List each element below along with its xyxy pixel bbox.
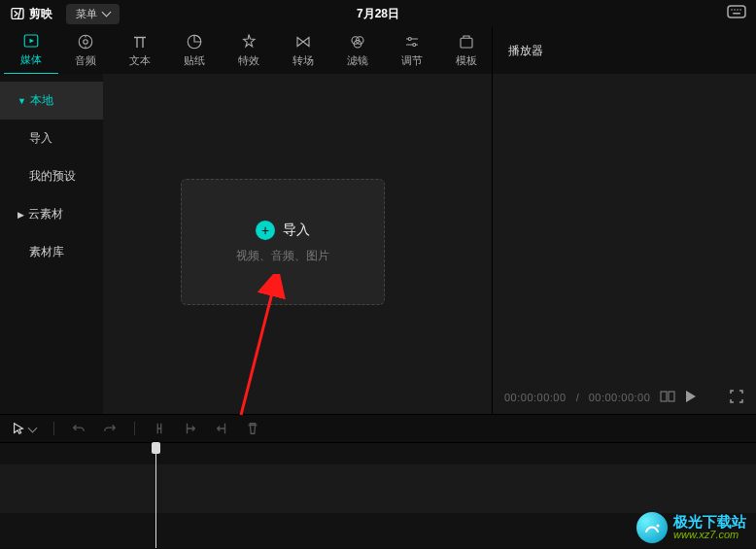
undo-button[interactable] — [72, 422, 86, 435]
delete-tool[interactable] — [246, 422, 259, 435]
tab-sticker[interactable]: 贴纸 — [167, 27, 222, 74]
main-body: ▼ 本地 导入 我的预设 ▶ 云素材 素材库 + 导入 视频、音频、图片 00:… — [0, 74, 756, 414]
audio-icon — [77, 33, 94, 51]
logo-icon — [10, 6, 25, 21]
chevron-down-icon — [29, 420, 36, 437]
tab-label: 媒体 — [20, 52, 42, 67]
import-card[interactable]: + 导入 视频、音频、图片 — [181, 179, 385, 305]
title-bar: 剪映 菜单 7月28日 — [0, 0, 756, 27]
top-date: 7月28日 — [357, 6, 399, 22]
player-header: 播放器 — [493, 27, 756, 74]
tab-effects[interactable]: 特效 — [222, 27, 276, 74]
sidebar-item-cloud[interactable]: ▶ 云素材 — [0, 195, 103, 233]
svg-rect-16 — [461, 38, 472, 48]
svg-point-2 — [731, 9, 733, 11]
time-current: 00:00:00:00 — [504, 392, 567, 403]
divider — [134, 422, 135, 435]
triangle-right-icon: ▶ — [17, 210, 24, 220]
tab-label: 调节 — [401, 53, 423, 68]
sidebar-item-presets[interactable]: 我的预设 — [0, 157, 103, 195]
svg-point-9 — [84, 40, 88, 45]
timeline-track[interactable] — [0, 464, 756, 513]
cursor-tool[interactable] — [12, 420, 36, 437]
top-tabs-row: 媒体 音频 文本 贴纸 特效 转场 滤镜 调节 — [0, 27, 756, 74]
svg-point-3 — [734, 9, 736, 11]
plus-icon: + — [256, 221, 275, 240]
text-icon — [131, 33, 149, 51]
media-area: + 导入 视频、音频、图片 — [103, 74, 492, 414]
time-separator: / — [576, 392, 579, 403]
transition-icon — [294, 33, 312, 51]
tab-adjust[interactable]: 调节 — [385, 27, 439, 74]
sidebar-item-local[interactable]: ▼ 本地 — [0, 82, 103, 120]
sidebar-item-label: 我的预设 — [29, 168, 76, 185]
tab-filter[interactable]: 滤镜 — [330, 27, 385, 74]
sidebar-item-import[interactable]: 导入 — [0, 120, 103, 157]
player-panel: 00:00:00:00 / 00:00:00:00 — [492, 74, 756, 414]
adjust-icon — [403, 33, 421, 51]
sidebar-item-label: 导入 — [29, 130, 52, 147]
tab-transition[interactable]: 转场 — [276, 27, 330, 74]
sidebar-item-label: 素材库 — [29, 244, 64, 260]
time-total: 00:00:00:00 — [589, 392, 651, 403]
menu-label: 菜单 — [76, 7, 97, 21]
app-name: 剪映 — [29, 6, 52, 22]
play-button[interactable] — [685, 390, 697, 405]
sidebar-item-library[interactable]: 素材库 — [0, 233, 103, 271]
import-title: 导入 — [283, 222, 310, 239]
tab-label: 转场 — [292, 53, 314, 68]
tab-template[interactable]: 模板 — [439, 27, 494, 74]
player-header-label: 播放器 — [508, 43, 543, 59]
split-tool[interactable] — [153, 422, 166, 435]
filter-icon — [349, 33, 366, 51]
app-logo: 剪映 — [10, 6, 52, 22]
svg-rect-1 — [728, 6, 745, 17]
tab-audio[interactable]: 音频 — [58, 27, 113, 74]
svg-point-5 — [739, 9, 741, 11]
timeline-toolbar — [0, 414, 756, 443]
tab-label: 音频 — [75, 53, 96, 68]
triangle-down-icon: ▼ — [17, 96, 26, 106]
svg-point-4 — [737, 9, 739, 11]
svg-rect-18 — [669, 392, 674, 401]
timeline[interactable] — [0, 443, 756, 548]
trim-left-tool[interactable] — [184, 422, 197, 435]
svg-point-14 — [408, 38, 411, 41]
sticker-icon — [186, 33, 203, 51]
effects-icon — [240, 33, 258, 51]
tab-text[interactable]: 文本 — [113, 27, 167, 74]
fullscreen-icon[interactable] — [729, 389, 744, 406]
tab-media[interactable]: 媒体 — [4, 26, 58, 75]
svg-rect-17 — [661, 392, 667, 401]
ratio-icon[interactable] — [660, 391, 675, 404]
chevron-down-icon — [103, 8, 110, 19]
tab-label: 模板 — [456, 53, 477, 68]
import-subtitle: 视频、音频、图片 — [236, 248, 329, 264]
template-icon — [458, 33, 475, 51]
tab-label: 特效 — [238, 53, 259, 68]
svg-point-15 — [413, 44, 416, 47]
trim-right-tool[interactable] — [215, 422, 228, 435]
svg-rect-6 — [733, 13, 740, 15]
tab-label: 文本 — [129, 53, 151, 68]
playhead[interactable] — [155, 443, 156, 548]
sidebar-item-label: 云素材 — [28, 206, 63, 223]
import-row: + 导入 — [256, 221, 310, 240]
tab-label: 滤镜 — [347, 53, 368, 68]
tab-label: 贴纸 — [184, 53, 205, 68]
keyboard-icon[interactable] — [727, 5, 746, 22]
category-tabs: 媒体 音频 文本 贴纸 特效 转场 滤镜 调节 — [0, 27, 493, 74]
menu-button[interactable]: 菜单 — [66, 4, 120, 24]
divider — [53, 422, 54, 435]
media-icon — [22, 32, 40, 50]
redo-button[interactable] — [103, 422, 117, 435]
media-sidebar: ▼ 本地 导入 我的预设 ▶ 云素材 素材库 — [0, 74, 103, 414]
player-controls: 00:00:00:00 / 00:00:00:00 — [493, 389, 756, 406]
sidebar-item-label: 本地 — [30, 92, 53, 109]
